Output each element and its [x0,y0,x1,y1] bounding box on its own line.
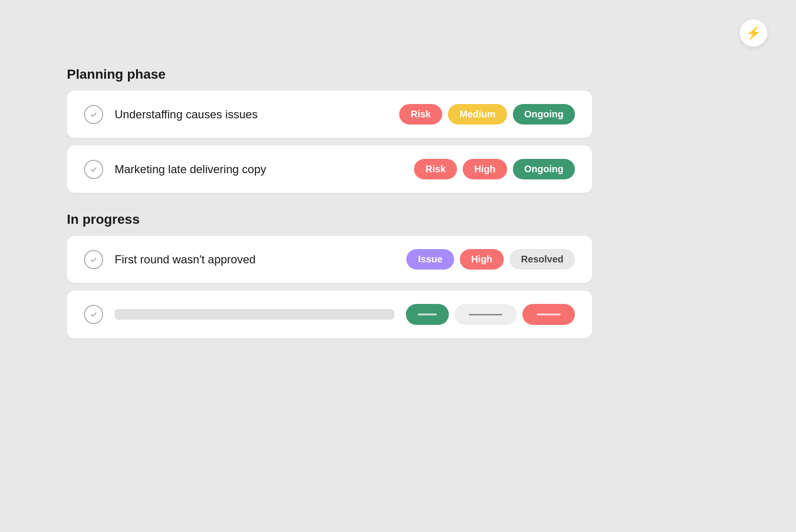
lightning-icon: ⚡ [746,26,761,41]
check-icon-2 [84,160,103,179]
tag-risk-1[interactable]: Risk [399,104,442,125]
tag-high-3[interactable]: High [460,249,504,270]
check-icon-3 [84,250,103,269]
section-title-inprogress: In progress [67,212,592,227]
check-icon-4 [84,305,103,324]
section-planning-phase: Planning phase Understaffing causes issu… [67,67,592,193]
section-title-planning: Planning phase [67,67,592,82]
task-card-placeholder[interactable] [67,291,592,338]
tag-placeholder-red[interactable] [522,304,575,325]
tag-ongoing-1[interactable]: Ongoing [513,104,575,125]
tag-ongoing-2[interactable]: Ongoing [513,159,575,179]
placeholder-line-light [469,314,502,315]
task-title-understaffing: Understaffing causes issues [115,108,388,121]
tag-placeholder-light[interactable] [455,304,517,325]
check-icon-1 [84,105,103,124]
main-content: Planning phase Understaffing causes issu… [67,67,592,346]
tag-placeholder-green[interactable] [406,304,449,325]
task-card-firstround[interactable]: First round wasn't approved Issue High R… [67,236,592,283]
tag-resolved-3[interactable]: Resolved [509,249,575,270]
task-title-marketing: Marketing late delivering copy [115,163,403,176]
task-title-placeholder [115,309,394,320]
tags-marketing: Risk High Ongoing [414,159,575,179]
tags-firstround: Issue High Resolved [406,249,575,270]
section-in-progress: In progress First round wasn't approved … [67,212,592,338]
placeholder-line-red [537,313,561,315]
tag-risk-2[interactable]: Risk [414,159,457,179]
tag-issue-3[interactable]: Issue [406,249,454,270]
placeholder-line-green [418,313,437,315]
tags-understaffing: Risk Medium Ongoing [399,104,575,125]
task-card-marketing[interactable]: Marketing late delivering copy Risk High… [67,146,592,193]
tags-placeholder [406,304,575,325]
lightning-button[interactable]: ⚡ [740,19,767,47]
task-card-understaffing[interactable]: Understaffing causes issues Risk Medium … [67,91,592,138]
tag-medium-1[interactable]: Medium [448,104,507,125]
task-title-firstround: First round wasn't approved [115,253,395,266]
tag-high-2[interactable]: High [463,159,507,179]
